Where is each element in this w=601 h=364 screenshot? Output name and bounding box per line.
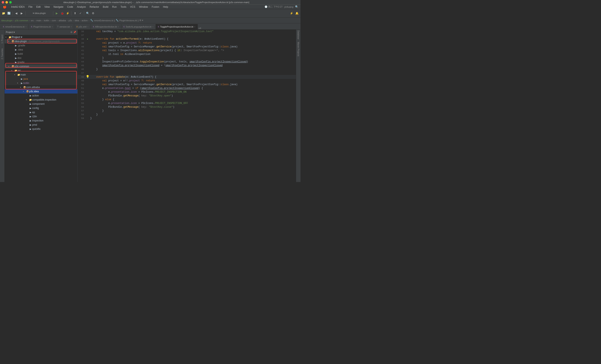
toolbar-search-btn[interactable]: 🔍 [85,11,90,16]
close-tab-p3cxml[interactable]: × [87,26,89,28]
menu-file[interactable]: File [27,5,34,9]
toolbar-run-btn[interactable]: ▶ [54,11,59,16]
tree-item-compatible-inspection[interactable]: ▾ 📁 compatible.inspection [5,98,78,102]
menu-code[interactable]: Code [66,5,75,9]
close-tab-switchlanguage[interactable]: × [152,26,153,28]
toolbar-vcs-btn[interactable]: ⬆ [73,11,77,16]
code-line-46: 46 } [78,68,296,71]
maximize-button[interactable] [9,1,12,4]
code-content[interactable]: 36 val textKey = "com.alibaba.p3c.idea.a… [78,30,296,182]
toolbar-debug-btn[interactable]: 🐞 [60,11,65,16]
code-line-50: 50 val smartFoxConfig = ServiceManager.g… [78,83,296,86]
tree-item-i18n[interactable]: ▶ i18n [5,114,78,118]
title-bar: idea-plugin [~/Desktop/mac_project/groov… [0,0,300,5]
code-line-55: 55 e.presentation.icon = P3cIcons.PROJEC… [78,101,296,105]
right-side-panels: Database Maven Projects Ant Build [296,30,300,182]
menu-edit[interactable]: Edit [35,5,42,9]
menu-intellij[interactable]: IntelliJ IDEA [10,5,26,9]
project-panel: Project ▾ ⚙ 📌 ▾ 📁 Project ▾ [5,30,78,182]
side-panel-maven[interactable]: Maven Projects [297,42,300,56]
tree-item-component[interactable]: ▶ component [5,102,78,106]
code-line-47: 47 [78,71,296,75]
tree-item-inspection[interactable]: ▶ inspection [5,118,78,123]
close-tab-version[interactable]: × [71,26,72,28]
close-tab-nmonextensions[interactable]: × [25,26,27,28]
tree-item-main[interactable]: ▾ 📁 main [5,73,78,77]
tree-item-build[interactable]: ▶ build [5,52,78,56]
menu-build[interactable]: Build [101,5,110,9]
toolbar-sync-btn[interactable]: 🔄 [7,11,11,16]
code-line-54: 54 } else { [78,98,296,101]
tree-item-p3c-common[interactable]: ▾ 📦 p3c-common [5,64,78,69]
toolbar-project-btn[interactable]: 📁 [1,11,6,16]
tab-nmonextensions[interactable]: K nmonExtensions.kt × [1,24,29,30]
tree-item-java[interactable]: ▶ java [5,77,78,81]
toolbar-settings-btn[interactable]: ⚙ [91,11,95,16]
menu-window[interactable]: Window [137,5,150,9]
side-panel-database[interactable]: Database [297,30,300,39]
menu-analyze[interactable]: Analyze [75,5,88,9]
panel-close-btn[interactable]: ⚙ [70,31,72,34]
toolbar-forward-btn[interactable]: ▶ [20,11,24,16]
tree-item-action[interactable]: ▶ action [5,94,78,98]
close-tab-pluginversions[interactable]: × [52,26,53,28]
code-line-52: 52 e.presentation.icon = P3cIcons.PROJEC… [78,90,296,94]
sidebar-label-project[interactable]: 1: Project [1,35,3,43]
tab-pluginversions[interactable]: K PluginVersions.kt × [29,24,55,30]
code-line-42: 42 it.tool is AliBaseInspection [78,52,296,56]
tree-item-src[interactable]: ▾ 📁 src [5,69,78,73]
tree-item-com-alibaba[interactable]: ▾ 📦 com.alibaba [5,85,78,89]
tree-item-idea[interactable]: ▶ .idea [5,48,78,52]
tree-item-gradle[interactable]: ▶ .gradle [5,43,78,48]
code-line-40: 40 val smartFoxConfig = ServiceManager.g… [78,45,296,49]
tab-switchlanguage[interactable]: K SwitchLanguageAction.kt × [121,24,156,30]
code-line-49: 49 val project = e!!.project ?: return [78,79,296,83]
close-button[interactable] [2,1,4,4]
project-tree: ▾ 📁 Project ▾ ▾ 📦 idea-plugin ~/Desktop/… [5,35,78,182]
apple-menu[interactable]: 🍎 [1,5,8,9]
tree-item-idea-plugin[interactable]: ▾ 📦 idea-plugin ~/Desktop/mac_project/gr… [5,39,78,43]
editor-tabs: K nmonExtensions.kt × K PluginVersions.k… [0,23,300,30]
tree-item-kotlin[interactable]: ▾ ▶ kotlin [5,81,78,85]
toolbar-commit-btn[interactable]: ✓ [78,11,83,16]
tab-toggleproject[interactable]: K ToggleProjectInspectionAction.kt × [156,24,198,30]
sidebar-label-favorites[interactable]: 2: Favorites [1,49,3,59]
tree-item-quickfix[interactable]: ▶ quickfix [5,127,78,131]
code-line-37: 37 [78,33,296,37]
menu-refactor[interactable]: Refactor [88,5,101,9]
code-line-44: 44 InspectionProfileService.toggleInspec… [78,60,296,64]
code-line-51: 51 e.presentation.text = if (smartFoxCon… [78,86,296,90]
menu-tools[interactable]: Tools [119,5,128,9]
code-line-58: 58 } [78,113,296,117]
tree-item-p3c-idea[interactable]: ▾ 📦 p3c.idea [5,89,78,94]
toolbar-notifications-btn[interactable]: 🔔 [295,11,299,16]
tab-p3cxml[interactable]: X p3c.xml × [74,24,91,30]
code-line-45: 45 smartFoxConfig.projectInspectionClose… [78,64,296,68]
menu-navigate[interactable]: Navigate [52,5,65,9]
code-line-57: 57 } [78,109,296,113]
menu-run[interactable]: Run [110,5,118,9]
menu-vcs[interactable]: VCS [129,5,137,9]
toolbar-run2-btn[interactable]: ⚡ [65,11,70,16]
tree-item-gradle2[interactable]: ▶ gradle [5,60,78,64]
tree-item-pmd[interactable]: ▶ pmd [5,123,78,127]
menu-view[interactable]: View [43,5,51,9]
menu-help[interactable]: Help [161,5,170,9]
close-tab-toggleproject[interactable]: × [194,26,195,28]
toolbar-power-btn[interactable]: ⚡ [289,11,294,16]
tab-version[interactable]: T version.txt × [55,24,74,30]
project-panel-header: Project ▾ ⚙ 📌 [5,30,78,35]
tab-allinspection[interactable]: K AllInspectionAction.kt × [91,24,121,30]
tree-item-doc[interactable]: ▶ doc [5,56,78,60]
code-line-36: 36 val textKey = "com.alibaba.p3c.idea.a… [78,30,296,33]
toolbar-back-btn[interactable]: ◀ [14,11,19,16]
minimize-button[interactable] [5,1,8,4]
panel-pin-btn[interactable]: 📌 [73,31,76,34]
toolbar-build-config[interactable]: ▾ idea-plugin [27,11,52,16]
tree-item-project[interactable]: ▾ 📁 Project ▾ [5,35,78,39]
code-line-48: 48 💡 override fun update(e: AnActionEven… [78,75,296,79]
close-tab-allinspection[interactable]: × [118,26,119,28]
tree-item-config[interactable]: ▶ config [5,106,78,110]
tree-item-ep[interactable]: ▶ ep [5,110,78,114]
menu-fusion[interactable]: Fusion [150,5,161,9]
